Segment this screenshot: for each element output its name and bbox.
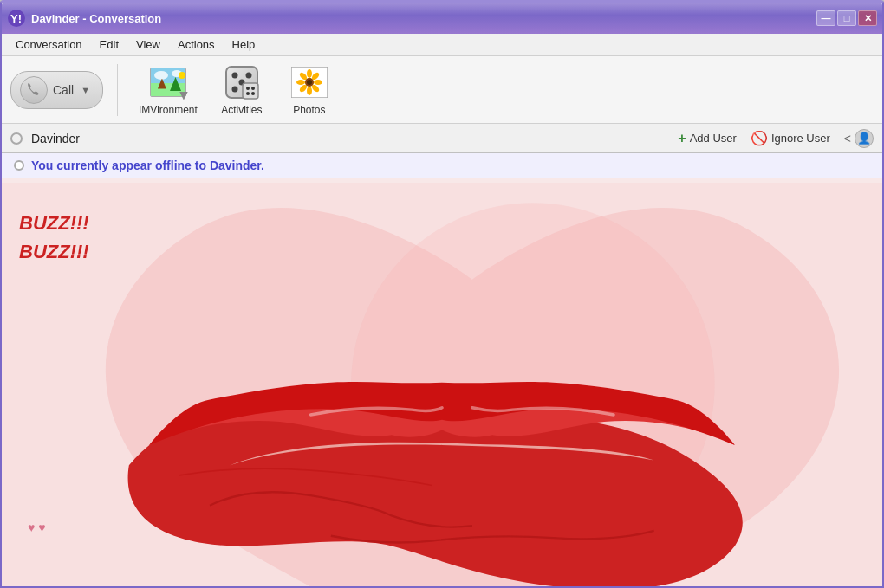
user-status-indicator [10, 132, 23, 145]
close-button[interactable]: ✕ [858, 10, 877, 26]
user-actions: + Add User 🚫 Ignore User < 👤 [678, 129, 874, 148]
offline-notice-text: You currently appear offline to Davinder… [31, 158, 264, 172]
photos-button[interactable]: Photos [279, 61, 340, 120]
photos-label: Photos [293, 104, 325, 116]
call-button[interactable]: Call ▼ [10, 71, 103, 109]
add-user-label: Add User [690, 132, 737, 145]
svg-point-4 [154, 71, 168, 80]
svg-point-28 [296, 80, 305, 85]
title-bar-left: Y! Davinder - Conversation [7, 9, 161, 28]
menu-edit[interactable]: Edit [91, 36, 127, 54]
call-dropdown-arrow[interactable]: ▼ [81, 85, 90, 95]
imvironment-label: IMVironment [139, 104, 198, 116]
svg-point-17 [251, 87, 255, 90]
activities-button[interactable]: Activities [211, 61, 272, 120]
buzz-text: BUZZ!!! BUZZ!!! [19, 209, 89, 266]
svg-point-19 [251, 92, 255, 95]
activities-label: Activities [221, 104, 262, 116]
chat-background: BUZZ!!! BUZZ!!! ♥ ♥ [2, 183, 882, 586]
svg-point-16 [246, 87, 250, 90]
decorative-hearts: ♥ ♥ [28, 520, 46, 534]
expand-arrow-icon: < [844, 132, 851, 145]
svg-point-31 [307, 80, 312, 85]
svg-point-8 [179, 72, 185, 79]
svg-point-22 [307, 69, 312, 78]
avatar-icon: 👤 [855, 129, 874, 148]
svg-point-24 [314, 80, 322, 85]
photos-icon-container [291, 64, 328, 100]
call-label: Call [53, 83, 74, 97]
toolbar-separator [117, 64, 118, 116]
menu-bar: Conversation Edit View Actions Help [2, 34, 882, 56]
add-user-button[interactable]: + Add User [678, 131, 737, 146]
imvironment-icon-container [150, 64, 186, 100]
ignore-user-label: Ignore User [771, 132, 830, 145]
expand-panel-button[interactable]: < 👤 [844, 129, 874, 148]
plus-icon: + [678, 131, 686, 146]
offline-notice-bar: You currently appear offline to Davinder… [2, 153, 882, 178]
menu-actions[interactable]: Actions [169, 36, 224, 54]
buzz2: BUZZ!!! [19, 237, 89, 266]
title-bar-controls: — □ ✕ [816, 10, 877, 26]
svg-text:Y!: Y! [10, 12, 22, 25]
username-label: Davinder [31, 132, 669, 145]
buzz1: BUZZ!!! [19, 209, 89, 237]
title-bar: Y! Davinder - Conversation — □ ✕ [2, 3, 882, 34]
menu-help[interactable]: Help [224, 36, 264, 54]
ignore-user-button[interactable]: 🚫 Ignore User [751, 130, 830, 146]
ignore-icon: 🚫 [751, 130, 768, 146]
activities-icon-container [224, 64, 260, 100]
chat-area: You currently appear offline to Davinder… [2, 153, 882, 586]
activities-icon [224, 64, 260, 100]
menu-view[interactable]: View [127, 36, 169, 54]
svg-point-13 [231, 86, 237, 92]
minimize-button[interactable]: — [816, 10, 835, 26]
svg-point-26 [307, 87, 312, 95]
menu-conversation[interactable]: Conversation [7, 36, 91, 54]
imvironment-button[interactable]: IMVironment [132, 61, 205, 120]
offline-status-dot [14, 160, 24, 171]
maximize-button[interactable]: □ [837, 10, 856, 26]
svg-point-10 [231, 72, 237, 78]
svg-rect-15 [243, 83, 258, 99]
svg-point-18 [246, 92, 250, 95]
main-window: Y! Davinder - Conversation — □ ✕ Convers… [0, 0, 884, 588]
user-bar: Davinder + Add User 🚫 Ignore User < 👤 [2, 124, 882, 153]
background-svg [2, 183, 882, 586]
app-icon: Y! [7, 9, 26, 28]
svg-point-11 [245, 72, 251, 78]
toolbar: Call ▼ [2, 56, 882, 124]
photos-icon [291, 67, 328, 98]
title-text: Davinder - Conversation [31, 12, 161, 25]
phone-icon [20, 76, 48, 104]
